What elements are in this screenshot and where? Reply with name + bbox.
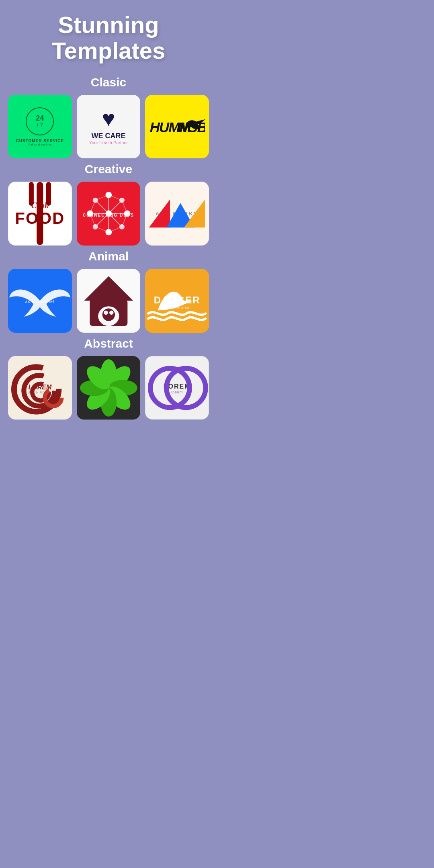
cards-grid-creative: Cook FOOD bbox=[8, 182, 209, 246]
flower-icon bbox=[77, 356, 141, 420]
section-label-animal: Animal bbox=[8, 250, 209, 263]
card-connecting-dots[interactable]: CONNECTING DOTS bbox=[77, 182, 141, 246]
dog-house-icon bbox=[77, 269, 140, 332]
section-clasic: Clasic 24 / 7 CUSTOMER SERVICE Call us a… bbox=[8, 76, 209, 159]
svg-point-37 bbox=[109, 311, 113, 315]
svg-marker-29 bbox=[149, 200, 170, 228]
heart-icon: ♥ bbox=[102, 108, 115, 130]
svg-rect-6 bbox=[29, 182, 34, 206]
svg-point-35 bbox=[102, 308, 115, 321]
section-label-creative: Creative bbox=[8, 162, 209, 176]
cards-grid-abstract: LOREM IPSUM DOLOR bbox=[8, 356, 209, 420]
svg-line-25 bbox=[122, 201, 127, 214]
svg-marker-32 bbox=[84, 276, 133, 301]
svg-line-21 bbox=[95, 195, 108, 200]
shark-icon bbox=[145, 269, 209, 333]
we-care-subtitle: Your Health Partner bbox=[89, 140, 128, 145]
svg-rect-7 bbox=[46, 182, 51, 206]
svg-line-26 bbox=[122, 214, 127, 227]
card-lorem-ipsum-2[interactable]: LOREM ipsum bbox=[145, 356, 209, 420]
cards-grid-clasic: 24 / 7 CUSTOMER SERVICE Call us at any t… bbox=[8, 95, 209, 159]
page-title: Stunning Templates bbox=[8, 12, 209, 63]
card-danger[interactable]: DANGER No swim area bbox=[145, 269, 209, 333]
card-cook-food[interactable]: Cook FOOD bbox=[8, 182, 72, 246]
svg-line-28 bbox=[108, 227, 122, 232]
triangles-icon bbox=[145, 182, 209, 245]
cards-grid-animal: animal planet bbox=[8, 269, 209, 333]
svg-marker-31 bbox=[184, 200, 205, 228]
card-art-works[interactable]: ART WORKS bbox=[145, 182, 209, 246]
svg-point-36 bbox=[104, 311, 108, 315]
dots-pattern-icon bbox=[77, 182, 141, 246]
section-label-abstract: Abstract bbox=[8, 337, 209, 350]
fork-icon-right bbox=[8, 182, 72, 245]
we-care-title: WE CARE bbox=[91, 132, 125, 140]
card-customer-service[interactable]: 24 / 7 CUSTOMER SERVICE Call us at any t… bbox=[8, 95, 72, 159]
svg-line-24 bbox=[90, 214, 95, 227]
svg-line-22 bbox=[108, 195, 122, 200]
card-animal-planet[interactable]: animal planet bbox=[8, 269, 72, 333]
section-label-clasic: Clasic bbox=[8, 76, 209, 89]
svg-text:NGBIRD: NGBIRD bbox=[178, 120, 205, 135]
section-creative: Creative Cook FOOD bbox=[8, 162, 209, 246]
card-lorem-ipsum-1[interactable]: LOREM IPSUM DOLOR bbox=[8, 356, 72, 420]
interlocking-circles-icon bbox=[145, 356, 209, 420]
card-logo-maker[interactable]: LOGOMAKER Lorem Ipsum bbox=[77, 356, 141, 420]
service-icon: 24 / 7 bbox=[26, 107, 54, 135]
customer-service-title: CUSTOMER SERVICE bbox=[16, 139, 64, 143]
bird-icon bbox=[8, 269, 72, 333]
card-we-care[interactable]: ♥ WE CARE Your Health Partner bbox=[77, 95, 141, 159]
section-abstract: Abstract LOREM IPSUM DOLOR bbox=[8, 337, 209, 420]
svg-line-23 bbox=[90, 201, 95, 214]
svg-line-27 bbox=[95, 227, 108, 232]
card-hummingbird[interactable]: HUMM NGBIRD bbox=[145, 95, 209, 159]
card-dog-house[interactable]: Dog House A home for your family bbox=[77, 269, 141, 333]
svg-rect-5 bbox=[37, 182, 43, 245]
customer-service-subtitle: Call us at any time bbox=[29, 143, 52, 146]
spiral-icon bbox=[8, 356, 72, 420]
section-animal: Animal animal planet bbox=[8, 250, 209, 333]
